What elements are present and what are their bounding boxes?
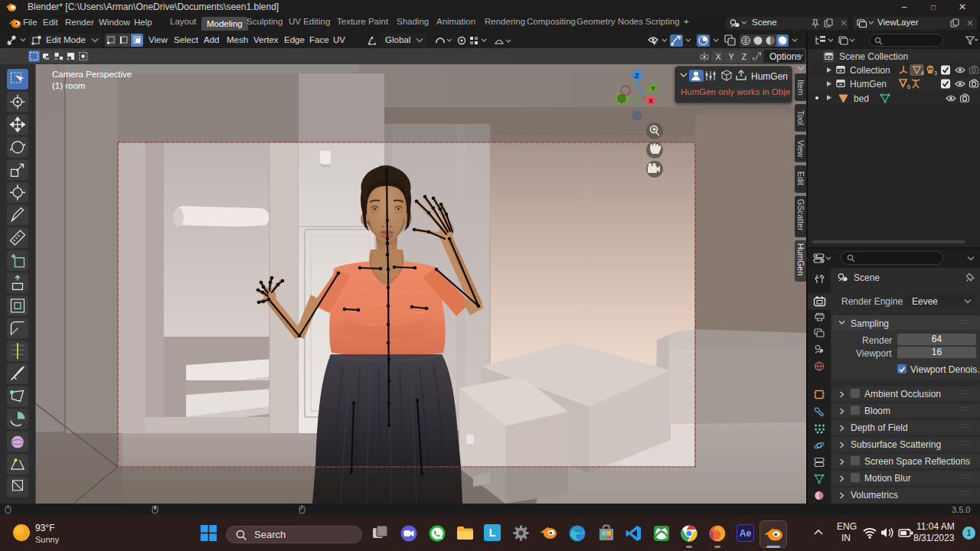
svg-text:Z: Z [742, 52, 747, 61]
svg-text:Edit: Edit [796, 171, 805, 185]
svg-text:HumGen: HumGen [796, 243, 805, 276]
svg-text:(1) room: (1) room [52, 81, 85, 90]
svg-text:Tool: Tool [796, 110, 805, 125]
svg-text:Camera Perspective: Camera Perspective [52, 70, 132, 79]
svg-text:Item: Item [796, 80, 805, 96]
svg-text:X: X [716, 52, 722, 61]
svg-text:View: View [796, 140, 805, 158]
svg-text:Y: Y [729, 52, 735, 61]
svg-text:Z: Z [635, 72, 639, 80]
svg-text:4: 4 [921, 70, 924, 76]
svg-text:GScatter: GScatter [796, 199, 805, 231]
svg-text:6: 6 [907, 84, 910, 90]
svg-text:X: X [648, 97, 653, 105]
svg-text:bed: bed [854, 93, 869, 104]
svg-text:3: 3 [934, 70, 937, 76]
svg-text:Y: Y [652, 85, 656, 92]
